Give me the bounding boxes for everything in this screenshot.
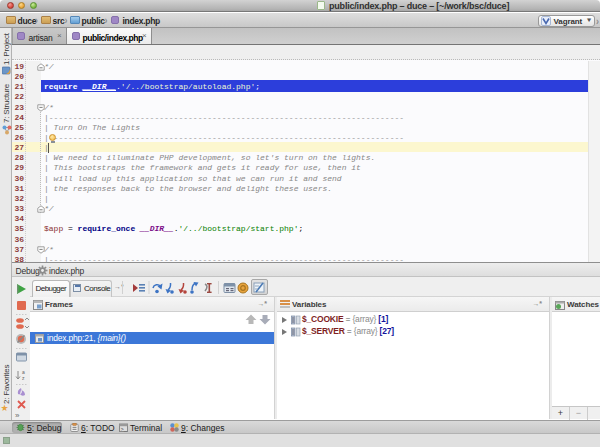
svg-text:z: z (22, 375, 25, 381)
svg-text:»: » (15, 411, 20, 420)
svg-text:>_: >_ (121, 426, 128, 432)
